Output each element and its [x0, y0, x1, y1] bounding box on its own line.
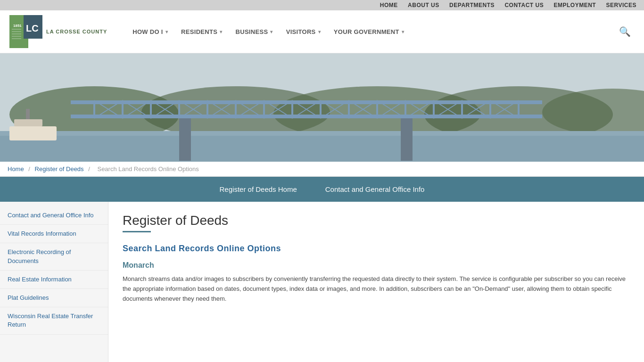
logo-area[interactable]: 1851 LC LA CROSSE COUNTY [9, 15, 107, 48]
top-nav-home[interactable]: HOME [380, 2, 398, 8]
svg-rect-65 [179, 118, 191, 161]
top-nav-about[interactable]: ABOUT US [408, 2, 439, 8]
page-title: Register of Deeds [123, 213, 630, 228]
sidebar-item-real-estate[interactable]: Real Estate Information [0, 271, 108, 289]
svg-rect-69 [26, 109, 30, 119]
chevron-down-icon: ▾ [220, 29, 222, 34]
sidebar-item-wi-transfer[interactable]: Wisconsin Real Estate Transfer Return [0, 307, 108, 334]
main-nav: HOW DO I ▾ RESIDENTS ▾ BUSINESS ▾ VISITO… [126, 22, 635, 41]
monarch-description: Monarch streams data and/or images to su… [123, 274, 630, 304]
nav-visitors[interactable]: VISITORS ▾ [280, 25, 327, 39]
chevron-down-icon: ▾ [270, 29, 272, 34]
svg-rect-16 [0, 136, 644, 162]
top-nav-contact[interactable]: CONTACT US [504, 2, 544, 8]
main-content: Register of Deeds Search Land Records On… [108, 202, 644, 362]
section-nav: Register of Deeds Home Contact and Gener… [0, 177, 644, 202]
sidebar: Contact and General Office Info Vital Re… [0, 202, 108, 362]
breadcrumb-separator: / [28, 165, 32, 173]
sidebar-item-contact[interactable]: Contact and General Office Info [0, 206, 108, 225]
chevron-down-icon: ▾ [165, 29, 168, 34]
svg-rect-17 [71, 100, 542, 104]
svg-rect-67 [9, 126, 57, 140]
chevron-down-icon: ▾ [402, 29, 404, 34]
content-wrapper: Contact and General Office Info Vital Re… [0, 202, 644, 362]
breadcrumb-home[interactable]: Home [8, 165, 24, 173]
chevron-down-icon: ▾ [318, 29, 321, 34]
sidebar-item-electronic-recording[interactable]: Electronic Recording of Documents [0, 243, 108, 270]
nav-business[interactable]: BUSINESS ▾ [229, 25, 280, 39]
nav-how-do-i[interactable]: HOW DO I ▾ [126, 25, 174, 39]
svg-rect-18 [71, 115, 542, 118]
svg-text:1851: 1851 [13, 24, 22, 28]
breadcrumb-rod[interactable]: Register of Deeds [35, 165, 84, 173]
breadcrumb-current: Search Land Records Online Options [97, 165, 198, 173]
nav-residents[interactable]: RESIDENTS ▾ [174, 25, 229, 39]
breadcrumb-separator-2: / [88, 165, 91, 173]
main-header: 1851 LC LA CROSSE COUNTY HOW DO I ▾ RESI… [0, 10, 644, 53]
sidebar-item-vital-records[interactable]: Vital Records Information [0, 225, 108, 243]
top-nav: HOME ABOUT US DEPARTMENTS CONTACT US EMP… [0, 0, 644, 10]
top-nav-services[interactable]: SERVICES [606, 2, 636, 8]
monarch-title: Monarch [123, 261, 630, 270]
svg-text:LC: LC [26, 23, 39, 33]
top-nav-departments[interactable]: DEPARTMENTS [449, 2, 495, 8]
logo-icon: 1851 LC [9, 15, 42, 48]
svg-rect-66 [401, 118, 413, 161]
sidebar-item-plat-guidelines[interactable]: Plat Guidelines [0, 289, 108, 307]
top-nav-employment[interactable]: EMPLOYMENT [554, 2, 596, 8]
title-underline [123, 231, 151, 232]
nav-your-government[interactable]: YOUR GOVERNMENT ▾ [327, 25, 411, 39]
search-button[interactable]: 🔍 [615, 22, 635, 41]
section-title: Search Land Records Online Options [123, 244, 630, 254]
section-nav-contact[interactable]: Contact and General Office Info [325, 183, 425, 195]
breadcrumb: Home / Register of Deeds / Search Land R… [0, 162, 644, 177]
hero-image [0, 53, 644, 162]
logo-name: LA CROSSE COUNTY [46, 28, 107, 35]
svg-rect-68 [14, 119, 42, 126]
section-nav-rod-home[interactable]: Register of Deeds Home [220, 183, 297, 195]
